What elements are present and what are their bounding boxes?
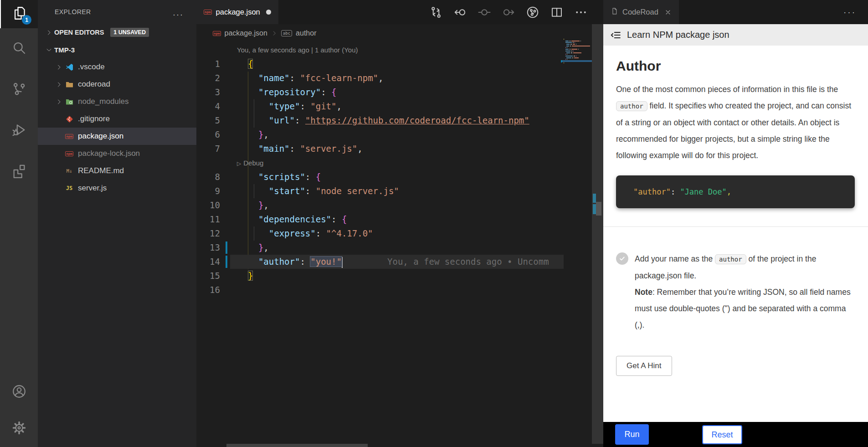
tree-item-package-lock.json[interactable]: npmpackage-lock.json xyxy=(38,145,196,162)
tree-item-.vscode[interactable]: .vscode xyxy=(38,58,196,76)
code-line-4[interactable]: "type": "git", xyxy=(230,99,564,113)
code-token: { xyxy=(342,214,347,224)
code-token: , xyxy=(357,144,362,154)
code-token xyxy=(248,73,258,83)
compare-changes-icon[interactable] xyxy=(429,5,443,19)
tree-item-server.js[interactable]: JSserver.js xyxy=(38,180,196,197)
sidebar-item-explorer[interactable]: 1 xyxy=(0,0,38,28)
line-number: 15 xyxy=(196,269,230,283)
js-icon: JS xyxy=(64,184,74,193)
panel-more-actions[interactable]: ··· xyxy=(843,7,856,17)
run-button[interactable]: Run xyxy=(615,424,649,445)
minimap[interactable] xyxy=(564,39,592,71)
code-editor[interactable]: 12345678910111213141516 You, a few secon… xyxy=(196,43,564,297)
reset-button[interactable]: Reset xyxy=(702,425,742,444)
code-line-10[interactable]: }, xyxy=(230,198,564,212)
close-icon[interactable] xyxy=(664,9,672,16)
codelens-label: You, a few seconds ago | 1 author (You) xyxy=(237,46,358,54)
file-icon xyxy=(611,7,618,17)
line-number: 7 xyxy=(196,142,230,156)
code-token: "node server.js" xyxy=(316,186,399,196)
file-label: server.js xyxy=(78,184,107,193)
code-token: "https://github.com/coderoad/fcc-learn-n… xyxy=(305,115,529,125)
code-token xyxy=(248,257,258,267)
tree-item-node_modules[interactable]: node_modules xyxy=(38,93,196,110)
modified-dot-icon[interactable] xyxy=(266,10,271,15)
horizontal-scrollbar-thumb[interactable] xyxy=(226,444,368,447)
line-number: 3 xyxy=(196,85,230,99)
line-number: 8 xyxy=(196,170,230,184)
sidebar-item-search[interactable] xyxy=(0,28,38,69)
gutter-spacer xyxy=(196,43,230,57)
account-button[interactable] xyxy=(0,374,38,411)
code-token: : xyxy=(290,73,300,83)
chevron-spacer xyxy=(53,132,64,141)
overview-ruler-scrollbar[interactable] xyxy=(592,24,603,444)
minimap-current-line xyxy=(562,60,594,62)
code-line-2[interactable]: "name": "fcc-learn-npm", xyxy=(230,71,564,85)
settings-gear-button[interactable] xyxy=(0,411,38,447)
code-line-9[interactable]: "start": "node server.js" xyxy=(230,184,564,198)
codelens-debug[interactable]: ▷Debug xyxy=(230,156,564,170)
breadcrumb-file[interactable]: package.json xyxy=(225,29,267,37)
code-token: , xyxy=(263,200,268,210)
code-lines[interactable]: You, a few seconds ago | 1 author (You){… xyxy=(230,43,564,297)
gutter-spacer xyxy=(196,156,230,170)
code-token: "scripts" xyxy=(258,172,305,182)
sidebar-item-run-debug[interactable] xyxy=(0,110,38,151)
code-line-15[interactable]: } xyxy=(230,269,564,283)
code-token: } xyxy=(258,242,263,252)
code-token: , xyxy=(337,101,342,111)
more-actions-icon[interactable] xyxy=(574,5,588,19)
code-token xyxy=(248,101,269,111)
chevron-right-icon xyxy=(43,28,54,37)
tab-package-json[interactable]: npm package.json xyxy=(196,0,278,24)
tree-item-README.md[interactable]: M↓README.md xyxy=(38,162,196,180)
code-token: : xyxy=(331,214,342,224)
scrollbar-thumb[interactable] xyxy=(596,202,601,216)
record-icon[interactable] xyxy=(478,5,491,19)
tutorial-nav-icon[interactable] xyxy=(610,29,621,41)
code-line-1[interactable]: { xyxy=(230,57,564,71)
breadcrumb-symbol[interactable]: author xyxy=(296,29,316,37)
code-line-13[interactable]: }, xyxy=(230,241,564,255)
step-forward-icon[interactable] xyxy=(502,5,515,19)
get-a-hint-button[interactable]: Get A Hint xyxy=(616,356,672,376)
code-line-7[interactable]: "main": "server.js", xyxy=(230,142,564,156)
code-token: , xyxy=(263,242,268,252)
code-token: { xyxy=(331,87,336,97)
code-line-16[interactable] xyxy=(230,283,564,297)
indent-guide xyxy=(254,226,254,241)
split-editor-icon[interactable] xyxy=(550,5,564,19)
step-back-icon[interactable] xyxy=(453,5,467,19)
code-line-3[interactable]: "repository": { xyxy=(230,85,564,99)
file-tree: .vscodecoderoadnode_modules.gitignorenpm… xyxy=(38,58,196,197)
code-line-14[interactable]: "author": "you!"You, a few seconds ago •… xyxy=(230,255,564,269)
code-line-11[interactable]: "dependencies": { xyxy=(230,212,564,226)
line-number: 9 xyxy=(196,184,230,198)
tree-item-.gitignore[interactable]: .gitignore xyxy=(38,110,196,128)
code-line-8[interactable]: "scripts": { xyxy=(230,170,564,184)
explorer-more-actions[interactable]: ··· xyxy=(173,10,184,20)
code-token xyxy=(248,242,258,252)
tree-item-package.json[interactable]: npmpackage.json xyxy=(38,128,196,145)
codelens-authors[interactable]: You, a few seconds ago | 1 author (You) xyxy=(230,43,564,57)
tab-coderoad[interactable]: CodeRoad xyxy=(603,0,679,24)
code-line-12[interactable]: "express": "^4.17.0" xyxy=(230,226,564,241)
tree-item-coderoad[interactable]: coderoad xyxy=(38,76,196,93)
sidebar-item-source-control[interactable] xyxy=(0,69,38,110)
code-line-6[interactable]: }, xyxy=(230,128,564,142)
file-label: node_modules xyxy=(78,97,129,106)
code-line-5[interactable]: "url": "https://github.com/coderoad/fcc-… xyxy=(230,113,564,128)
breadcrumb[interactable]: npm package.json abc author xyxy=(196,24,603,42)
text-cursor xyxy=(342,257,343,268)
extensions-icon xyxy=(11,163,27,180)
line-number: 14 xyxy=(196,255,230,269)
tutorial-title: Learn NPM package json xyxy=(627,30,729,40)
code-token: "repository" xyxy=(258,87,321,97)
sidebar-item-extensions[interactable] xyxy=(0,151,38,192)
workspace-root-folder[interactable]: TMP-3 xyxy=(38,41,196,58)
open-editors-section[interactable]: OPEN EDITORS 1 UNSAVED xyxy=(38,24,196,41)
minimap-line xyxy=(564,46,592,46)
run-tutorial-icon[interactable] xyxy=(526,5,539,19)
